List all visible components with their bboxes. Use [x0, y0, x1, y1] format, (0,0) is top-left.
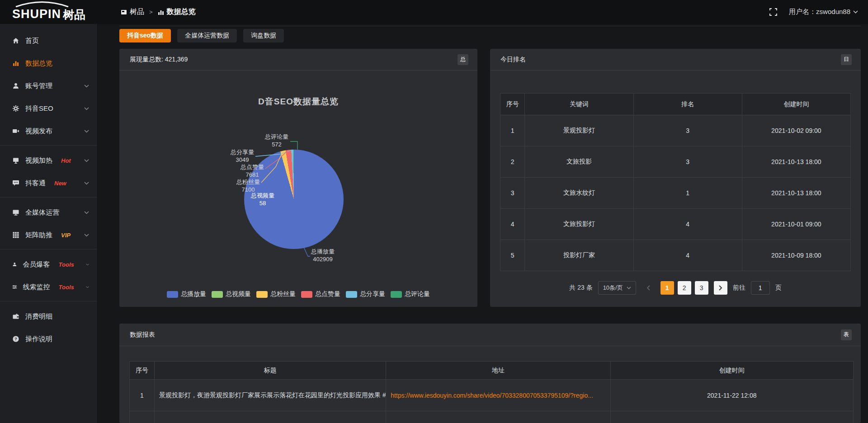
sidebar-item-badge: Tools [59, 261, 74, 268]
user-menu[interactable]: 用户名：zswodun88 [789, 8, 858, 16]
ranking-table-cell: 1 [500, 115, 525, 146]
sidebar-item-视频加热[interactable]: 视频加热Hot [0, 149, 97, 172]
ranking-table-row: 5投影灯厂家42021-10-09 18:00 [500, 240, 851, 271]
pagination-goto-input[interactable] [751, 281, 770, 295]
report-corner-button[interactable]: 表 [841, 329, 852, 340]
ranking-table-cell: 2021-10-02 09:00 [742, 115, 850, 146]
data-tabs: 抖音seo数据全媒体运营数据询盘数据 [119, 29, 861, 42]
pagination-next-button[interactable] [714, 281, 727, 295]
report-table-row [130, 411, 854, 423]
chevron-down-icon [853, 10, 858, 14]
report-column-header: 地址 [386, 362, 610, 380]
sidebar-item-全媒体运营[interactable]: 全媒体运营 [0, 201, 97, 224]
chevron-down-icon [84, 107, 89, 110]
sidebar-item-操作说明[interactable]: ?操作说明 [0, 328, 97, 350]
help-icon: ? [12, 335, 19, 343]
ranking-panel: 今日排名 日 序号关键词排名创建时间 1景观投影灯32021-10-02 09:… [490, 49, 861, 307]
sidebar-item-badge: Tools [59, 284, 74, 291]
fullscreen-icon[interactable] [769, 8, 777, 16]
username-label: 用户名：zswodun88 [789, 8, 850, 16]
topbar-right: 用户名：zswodun88 [769, 8, 868, 16]
legend-label: 总粉丝量 [270, 290, 296, 298]
ranking-table-cell: 文旅投影 [525, 146, 633, 178]
sidebar-item-label: 操作说明 [25, 335, 52, 343]
sidebar-item-label: 矩阵助推 [25, 231, 52, 240]
pagination-prev-button[interactable] [642, 281, 655, 295]
report-cell-time: 2021-11-22 12:08 [610, 380, 853, 411]
sidebar-item-抖客通[interactable]: 抖客通New [0, 172, 97, 194]
ranking-table-cell: 4 [633, 209, 742, 240]
breadcrumb-root[interactable]: 树品 [121, 7, 144, 17]
report-cell-title: 景观投影灯，夜游景观投影灯厂家展示展示落花灯在花园里的灯光投影应用效果 # [155, 380, 386, 411]
page-size-select[interactable]: 10条/页 [598, 281, 636, 295]
sidebar-item-矩阵助推[interactable]: 矩阵助推VIP [0, 224, 97, 246]
sidebar-item-线索监控[interactable]: 线索监控Tools [0, 276, 97, 298]
ranking-table-row: 3文旅水纹灯12021-10-13 18:00 [500, 178, 851, 209]
ranking-table-cell: 4 [633, 240, 742, 271]
breadcrumb-current[interactable]: 数据总览 [158, 7, 196, 17]
breadcrumb-separator: > [149, 9, 153, 15]
pagination-page-1[interactable]: 1 [660, 281, 674, 295]
wallet-icon [12, 313, 19, 320]
breadcrumb: 树品 > 数据总览 [121, 7, 196, 17]
sidebar-item-label: 账号管理 [25, 82, 52, 90]
ranking-table-cell: 3 [500, 178, 525, 209]
sidebar-item-label: 抖音SEO [25, 104, 53, 113]
dashboard-icon [121, 9, 127, 15]
ranking-corner-button[interactable]: 日 [841, 54, 852, 65]
sidebar-item-账号管理[interactable]: 账号管理 [0, 75, 97, 97]
ranking-table: 序号关键词排名创建时间 1景观投影灯32021-10-02 09:002文旅投影… [500, 93, 851, 271]
chevron-down-icon [84, 211, 89, 214]
logo-arc-icon [13, 1, 71, 7]
sidebar-item-label: 首页 [25, 37, 39, 45]
legend-item-总播放量[interactable]: 总播放量 [167, 290, 206, 298]
home-icon [12, 37, 19, 44]
sidebar-item-数据总览[interactable]: 数据总览 [0, 52, 97, 75]
report-cell-url: https://www.iesdouyin.com/share/video/70… [386, 380, 610, 411]
legend-item-总粉丝量[interactable]: 总粉丝量 [256, 290, 296, 298]
ranking-table-cell: 投影灯厂家 [525, 240, 633, 271]
sidebar-item-badge: Hot [61, 157, 71, 164]
bar-chart-icon [12, 60, 19, 67]
pagination-page-3[interactable]: 3 [695, 281, 708, 295]
top-bar: SHUPIN 树品 树品 > 数据总览 用户名：zswodun88 [0, 0, 868, 24]
legend-swatch [212, 291, 223, 298]
video-link[interactable]: https://www.iesdouyin.com/share/video/70… [391, 392, 593, 399]
report-panel: 数据报表 表 序号标题地址创建时间 1景观投影灯，夜游景观投影灯厂家展示展示落花… [119, 324, 861, 423]
gear-icon [12, 105, 19, 112]
pagination: 共 23 条 10条/页 123 前往 [500, 281, 851, 295]
pie-label-name: 总粉丝量 [236, 178, 260, 186]
legend-item-总点赞量[interactable]: 总点赞量 [301, 290, 340, 298]
legend-item-总评论量[interactable]: 总评论量 [391, 290, 430, 298]
chevron-down-icon [84, 159, 89, 162]
sidebar-item-label: 视频加热 [25, 156, 52, 165]
tab-全媒体运营数据[interactable]: 全媒体运营数据 [177, 29, 237, 42]
tab-询盘数据[interactable]: 询盘数据 [243, 29, 284, 42]
sidebar-item-抖音SEO[interactable]: 抖音SEO [0, 97, 97, 120]
sidebar-item-label: 消费明细 [25, 312, 52, 321]
sidebar-item-视频发布[interactable]: 视频发布 [0, 120, 97, 142]
sidebar-item-会员爆客[interactable]: 会员爆客Tools [0, 253, 97, 276]
sidebar-item-首页[interactable]: 首页 [0, 29, 97, 52]
pie-label-value: 402909 [311, 255, 335, 263]
chart-legend: 总播放量总视频量总粉丝量总点赞量总分享量总评论量 [119, 290, 477, 298]
legend-item-总视频量[interactable]: 总视频量 [212, 290, 251, 298]
chevron-down-icon [86, 263, 89, 266]
pie-label-name: 总视频量 [251, 192, 274, 199]
legend-swatch [167, 291, 178, 298]
ranking-table-cell: 2021-10-13 18:00 [742, 146, 850, 178]
report-column-header: 创建时间 [610, 362, 853, 380]
ranking-table-cell: 2021-10-09 18:00 [742, 240, 850, 271]
ranking-table-row: 1景观投影灯32021-10-02 09:00 [500, 115, 851, 146]
report-table: 序号标题地址创建时间 1景观投影灯，夜游景观投影灯厂家展示展示落花灯在花园里的灯… [129, 361, 854, 423]
pagination-page-2[interactable]: 2 [678, 281, 691, 295]
ranking-column-header: 关键词 [525, 94, 633, 115]
overview-corner-button[interactable]: 总 [458, 54, 468, 65]
sidebar-item-label: 全媒体运营 [25, 208, 59, 217]
ranking-table-cell: 2021-10-01 09:00 [742, 209, 850, 240]
sidebar-item-消费明细[interactable]: 消费明细 [0, 305, 97, 328]
legend-item-总分享量[interactable]: 总分享量 [346, 290, 385, 298]
ranking-column-header: 排名 [633, 94, 742, 115]
report-panel-title: 数据报表 [130, 331, 155, 339]
tab-抖音seo数据[interactable]: 抖音seo数据 [119, 29, 171, 42]
